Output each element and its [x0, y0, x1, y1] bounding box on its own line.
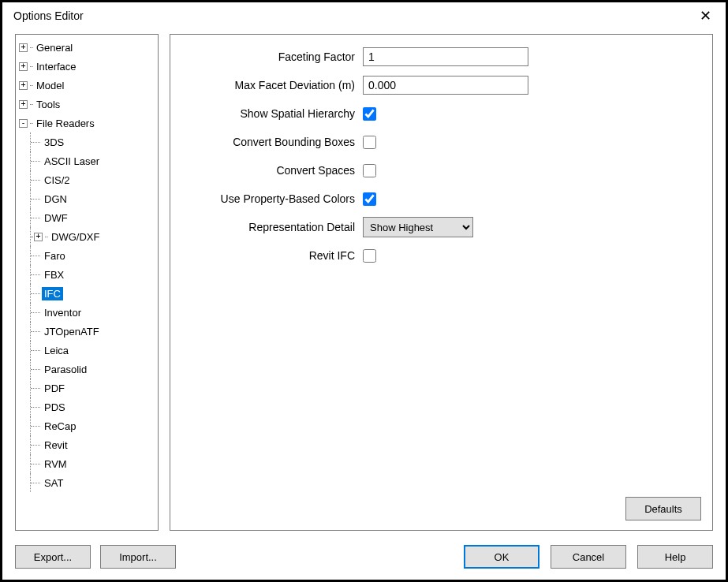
expand-icon[interactable]: +	[34, 233, 43, 241]
label-convert-bounding-boxes: Convert Bounding Boxes	[175, 136, 363, 148]
tree-item-jtopenatf[interactable]: JTOpenATF	[19, 322, 158, 341]
label-use-property-based-colors: Use Property-Based Colors	[175, 192, 363, 205]
label-show-spatial-hierarchy: Show Spatial Hierarchy	[175, 107, 363, 120]
tree-label: Faro	[42, 249, 68, 263]
label-revit-ifc: Revit IFC	[175, 249, 363, 262]
category-tree-panel: + General + Interface + Model + Tools -	[15, 34, 159, 531]
settings-panel: Faceting Factor Max Facet Deviation (m) …	[170, 34, 713, 531]
tree-item-faro[interactable]: Faro	[19, 246, 158, 265]
window-title: Options Editor	[13, 9, 84, 22]
input-max-facet-deviation[interactable]	[363, 76, 528, 95]
row-convert-spaces: Convert Spaces	[175, 156, 701, 185]
tree-item-general[interactable]: + General	[19, 38, 158, 57]
tree-item-sat[interactable]: SAT	[19, 473, 158, 492]
expand-icon[interactable]: +	[19, 81, 28, 90]
tree-label: PDS	[42, 401, 68, 414]
tree-label: RVM	[42, 457, 69, 471]
tree-label: Parasolid	[42, 363, 89, 376]
tree-label: ASCII Laser	[42, 155, 102, 168]
checkbox-use-property-based-colors[interactable]	[363, 192, 376, 206]
tree-label: 3DS	[42, 136, 66, 149]
tree-label: CIS/2	[42, 173, 73, 187]
tree-label: DGN	[42, 192, 69, 206]
tree-label: Revit	[42, 438, 70, 452]
checkbox-show-spatial-hierarchy[interactable]	[363, 107, 376, 121]
tree-item-recap[interactable]: ReCap	[19, 416, 158, 435]
tree-item-inventor[interactable]: Inventor	[19, 303, 158, 322]
tree-label: Model	[34, 79, 66, 92]
row-convert-bounding-boxes: Convert Bounding Boxes	[175, 128, 701, 156]
checkbox-convert-bounding-boxes[interactable]	[363, 136, 376, 149]
label-max-facet-deviation: Max Facet Deviation (m)	[175, 79, 363, 91]
tree-item-interface[interactable]: + Interface	[19, 57, 158, 76]
tree-label: DWG/DXF	[49, 230, 102, 244]
tree-label: DWF	[42, 211, 70, 225]
tree-item-dgn[interactable]: DGN	[19, 189, 158, 208]
tree-label: Leica	[42, 344, 71, 357]
tree-item-3ds[interactable]: 3DS	[19, 132, 158, 151]
tree-label: ReCap	[42, 420, 78, 433]
row-max-facet-deviation: Max Facet Deviation (m)	[175, 71, 701, 99]
cancel-button[interactable]: Cancel	[551, 545, 626, 569]
footer: Export... Import... OK Cancel Help	[2, 537, 726, 580]
tree-label: IFC	[42, 287, 63, 300]
tree-item-leica[interactable]: Leica	[19, 341, 158, 360]
tree-label: File Readers	[34, 117, 97, 130]
tree-label: Tools	[34, 98, 62, 111]
tree-item-model[interactable]: + Model	[19, 76, 158, 95]
help-button[interactable]: Help	[637, 545, 713, 569]
tree-label: PDF	[42, 382, 67, 395]
input-faceting-factor[interactable]	[363, 47, 528, 66]
tree-item-file-readers[interactable]: - File Readers	[19, 114, 158, 132]
expand-icon[interactable]: +	[19, 43, 28, 52]
defaults-row: Defaults	[175, 497, 701, 522]
tree-item-pdf[interactable]: PDF	[19, 379, 158, 397]
tree-label: SAT	[42, 476, 65, 490]
tree-item-ascii-laser[interactable]: ASCII Laser	[19, 151, 158, 170]
select-representation-detail[interactable]: Show Highest	[363, 217, 473, 237]
tree-label: Interface	[34, 60, 79, 73]
tree-item-pds[interactable]: PDS	[19, 397, 158, 416]
row-use-property-based-colors: Use Property-Based Colors	[175, 185, 701, 213]
tree-item-rvm[interactable]: RVM	[19, 454, 158, 473]
ok-button[interactable]: OK	[464, 545, 539, 569]
tree-label: FBX	[42, 268, 66, 282]
label-faceting-factor: Faceting Factor	[175, 50, 363, 63]
settings-form: Faceting Factor Max Facet Deviation (m) …	[175, 43, 701, 497]
tree-label: JTOpenATF	[42, 325, 102, 338]
tree-item-revit[interactable]: Revit	[19, 435, 158, 454]
row-show-spatial-hierarchy: Show Spatial Hierarchy	[175, 99, 701, 128]
tree-item-dwg-dxf[interactable]: +DWG/DXF	[19, 227, 158, 246]
row-representation-detail: Representation Detail Show Highest	[175, 213, 701, 241]
close-icon[interactable]: ✕	[695, 9, 716, 23]
checkbox-convert-spaces[interactable]	[363, 164, 376, 177]
content-area: + General + Interface + Model + Tools -	[2, 31, 726, 537]
label-representation-detail: Representation Detail	[175, 221, 363, 233]
tree-label: Inventor	[42, 306, 84, 319]
import-button[interactable]: Import...	[100, 545, 176, 569]
defaults-button[interactable]: Defaults	[625, 497, 701, 520]
row-faceting-factor: Faceting Factor	[175, 43, 701, 71]
tree-item-ifc[interactable]: IFC	[19, 284, 158, 303]
tree-label: General	[34, 41, 75, 54]
expand-icon[interactable]: +	[19, 62, 28, 71]
tree-item-cis2[interactable]: CIS/2	[19, 170, 158, 189]
collapse-icon[interactable]: -	[19, 119, 28, 128]
row-revit-ifc: Revit IFC	[175, 241, 701, 270]
category-tree-scroll[interactable]: + General + Interface + Model + Tools -	[16, 35, 158, 530]
tree-item-fbx[interactable]: FBX	[19, 265, 158, 284]
options-editor-window: Options Editor ✕ + General + Interface +…	[0, 0, 728, 582]
expand-icon[interactable]: +	[19, 100, 28, 109]
titlebar: Options Editor ✕	[2, 2, 726, 31]
tree-item-parasolid[interactable]: Parasolid	[19, 360, 158, 379]
tree-item-tools[interactable]: + Tools	[19, 95, 158, 114]
export-button[interactable]: Export...	[15, 545, 91, 569]
checkbox-revit-ifc[interactable]	[363, 249, 376, 263]
label-convert-spaces: Convert Spaces	[175, 164, 363, 177]
tree-item-dwf[interactable]: DWF	[19, 208, 158, 227]
